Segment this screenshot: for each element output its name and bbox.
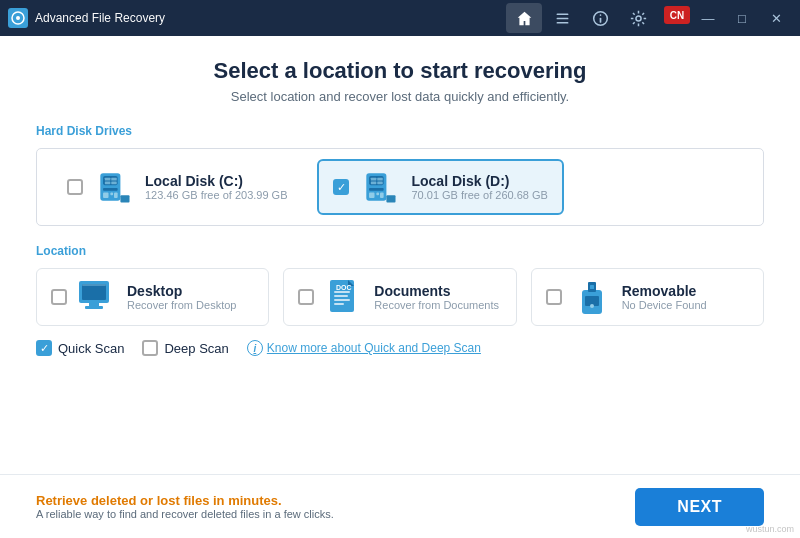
- scan-info-link[interactable]: i Know more about Quick and Deep Scan: [247, 340, 481, 356]
- svg-rect-32: [82, 284, 106, 300]
- drive-d-space: 70.01 GB free of 260.68 GB: [411, 189, 547, 201]
- watermark: wustun.com: [746, 524, 794, 534]
- drive-d-icon: [359, 169, 401, 205]
- drive-c-space: 123.46 GB free of 203.99 GB: [145, 189, 287, 201]
- svg-rect-16: [111, 178, 116, 181]
- desktop-icon: [77, 279, 117, 315]
- svg-rect-35: [82, 284, 106, 286]
- svg-rect-27: [378, 178, 383, 181]
- scan-options: ✓ Quick Scan Deep Scan i Know more about…: [36, 340, 764, 356]
- location-desktop-desc: Recover from Desktop: [127, 299, 236, 311]
- svg-rect-25: [380, 192, 384, 197]
- close-btn[interactable]: ✕: [760, 4, 792, 32]
- scan-link-text[interactable]: Know more about Quick and Deep Scan: [267, 341, 481, 355]
- footer-promo: Retrieve deleted or lost files in minute…: [36, 493, 334, 508]
- location-removable-checkbox[interactable]: [546, 289, 562, 305]
- svg-rect-15: [105, 178, 110, 181]
- location-desktop-info: Desktop Recover from Desktop: [127, 283, 236, 311]
- location-documents-card[interactable]: DOC Documents Recover from Documents: [283, 268, 516, 326]
- drive-c-card[interactable]: Local Disk (C:) 123.46 GB free of 203.99…: [51, 159, 303, 215]
- location-documents-name: Documents: [374, 283, 499, 299]
- page-subtitle: Select location and recover lost data qu…: [36, 89, 764, 104]
- svg-point-46: [590, 304, 594, 308]
- locations-container: Desktop Recover from Desktop DOC: [36, 268, 764, 326]
- svg-rect-6: [599, 17, 601, 22]
- window-controls: CN — □ ✕: [664, 4, 792, 32]
- documents-icon: DOC: [324, 279, 364, 315]
- svg-rect-26: [371, 178, 376, 181]
- title-bar: Advanced File Recovery: [0, 0, 800, 36]
- drive-d-info: Local Disk (D:) 70.01 GB free of 260.68 …: [411, 173, 547, 201]
- flag-btn[interactable]: CN: [664, 6, 690, 24]
- svg-rect-28: [371, 182, 376, 185]
- svg-rect-39: [334, 295, 348, 297]
- svg-rect-29: [378, 182, 383, 185]
- drive-c-checkbox[interactable]: [67, 179, 83, 195]
- svg-rect-34: [85, 306, 103, 309]
- svg-text:DOC: DOC: [336, 284, 352, 291]
- deep-scan-label: Deep Scan: [164, 341, 228, 356]
- info-icon: i: [247, 340, 263, 356]
- drives-section: Hard Disk Drives: [36, 124, 764, 226]
- location-removable-desc: No Device Found: [622, 299, 707, 311]
- location-documents-desc: Recover from Documents: [374, 299, 499, 311]
- deep-scan-checkbox[interactable]: [142, 340, 158, 356]
- svg-rect-12: [103, 192, 108, 197]
- svg-point-1: [16, 16, 20, 20]
- drives-container: Local Disk (C:) 123.46 GB free of 203.99…: [36, 148, 764, 226]
- drive-c-name: Local Disk (C:): [145, 173, 287, 189]
- svg-rect-41: [334, 303, 344, 305]
- main-content: Select a location to start recovering Se…: [0, 36, 800, 474]
- deep-scan-option[interactable]: Deep Scan: [142, 340, 228, 356]
- svg-rect-17: [105, 182, 110, 185]
- nav-home-btn[interactable]: [506, 3, 542, 33]
- location-removable-card[interactable]: Removable No Device Found: [531, 268, 764, 326]
- footer-sub: A reliable way to find and recover delet…: [36, 508, 334, 520]
- quick-scan-checkbox[interactable]: ✓: [36, 340, 52, 356]
- svg-rect-30: [387, 195, 396, 202]
- location-documents-info: Documents Recover from Documents: [374, 283, 499, 311]
- svg-rect-23: [370, 192, 375, 197]
- removable-icon: [572, 279, 612, 315]
- svg-rect-18: [111, 182, 116, 185]
- svg-rect-2: [556, 13, 568, 15]
- nav-info-btn[interactable]: [582, 3, 618, 33]
- nav-settings-btn[interactable]: [620, 3, 656, 33]
- drives-section-label: Hard Disk Drives: [36, 124, 764, 138]
- svg-rect-22: [370, 188, 385, 191]
- svg-rect-4: [556, 21, 568, 23]
- svg-rect-47: [590, 285, 594, 289]
- svg-rect-7: [599, 14, 601, 16]
- maximize-btn[interactable]: □: [726, 4, 758, 32]
- svg-rect-40: [334, 299, 350, 301]
- quick-scan-option[interactable]: ✓ Quick Scan: [36, 340, 124, 356]
- svg-rect-3: [556, 17, 568, 19]
- drive-d-checkbox[interactable]: ✓: [333, 179, 349, 195]
- app-title: Advanced File Recovery: [35, 11, 506, 25]
- title-nav: [506, 3, 656, 33]
- svg-rect-38: [334, 291, 350, 293]
- svg-rect-14: [114, 192, 118, 197]
- svg-rect-33: [89, 303, 99, 306]
- footer-text: Retrieve deleted or lost files in minute…: [36, 493, 334, 520]
- minimize-btn[interactable]: —: [692, 4, 724, 32]
- drive-c-info: Local Disk (C:) 123.46 GB free of 203.99…: [145, 173, 287, 201]
- footer: Retrieve deleted or lost files in minute…: [0, 474, 800, 538]
- svg-rect-11: [103, 188, 118, 191]
- drive-d-name: Local Disk (D:): [411, 173, 547, 189]
- nav-list-btn[interactable]: [544, 3, 580, 33]
- page-title: Select a location to start recovering: [36, 58, 764, 84]
- location-desktop-checkbox[interactable]: [51, 289, 67, 305]
- location-desktop-card[interactable]: Desktop Recover from Desktop: [36, 268, 269, 326]
- quick-scan-label: Quick Scan: [58, 341, 124, 356]
- next-button[interactable]: NEXT: [635, 488, 764, 526]
- location-documents-checkbox[interactable]: [298, 289, 314, 305]
- drive-d-card[interactable]: ✓: [317, 159, 563, 215]
- svg-point-8: [635, 15, 640, 20]
- location-removable-info: Removable No Device Found: [622, 283, 707, 311]
- svg-rect-19: [120, 195, 129, 202]
- svg-rect-24: [377, 192, 380, 195]
- location-section: Location Desktop Recover: [36, 244, 764, 326]
- svg-rect-13: [110, 192, 113, 195]
- drive-c-icon: [93, 169, 135, 205]
